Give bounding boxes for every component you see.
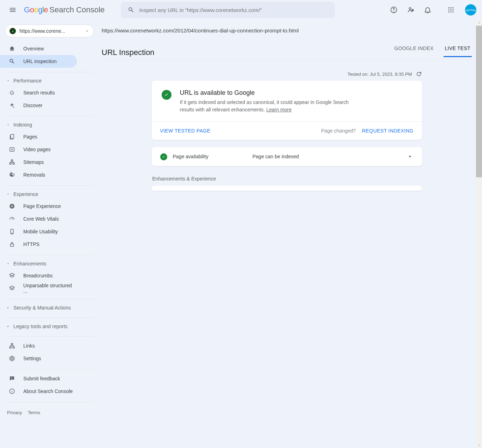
apps-button[interactable] — [444, 3, 458, 17]
sitemap-icon — [8, 159, 16, 165]
mobile-icon — [8, 228, 16, 235]
separator — [5, 318, 94, 318]
svg-point-11 — [452, 11, 453, 12]
sidebar: ● https://www.corene... Overview URL ins… — [0, 20, 99, 448]
sidebar-item-mobile-usability[interactable]: Mobile Usability — [0, 225, 77, 238]
account-avatar[interactable]: oysTosy — [465, 4, 476, 16]
request-indexing-button[interactable]: REQUEST INDEXING — [362, 128, 413, 134]
separator — [102, 59, 472, 60]
sidebar-item-discover[interactable]: Discover — [0, 99, 77, 112]
sidebar-item-about[interactable]: About Search Console — [0, 385, 77, 398]
enhancements-card-stub — [152, 186, 422, 191]
layers-icon — [8, 285, 16, 291]
sidebar-item-overview[interactable]: Overview — [0, 42, 77, 55]
inspected-url: https://www.corenetworkz.com/2012/04/con… — [102, 27, 472, 42]
bell-icon — [424, 6, 432, 14]
tested-on-row: Tested on: Jul 5, 2023, 9:35 PM — [152, 71, 422, 77]
sidebar-item-pages[interactable]: Pages — [0, 130, 77, 143]
chevron-down-icon — [406, 153, 414, 160]
inspection-tabs: GOOGLE INDEX LIVE TEST — [393, 42, 472, 57]
view-tested-page-button[interactable]: VIEW TESTED PAGE — [160, 128, 211, 134]
sidebar-item-feedback[interactable]: Submit feedback — [0, 372, 77, 385]
search-icon — [128, 6, 134, 13]
sidebar-group-experience[interactable]: Experience — [0, 189, 99, 200]
header-actions: oysTosy — [387, 3, 476, 17]
svg-point-3 — [448, 7, 450, 8]
video-icon — [8, 146, 16, 153]
expand-button[interactable] — [406, 153, 414, 160]
main-panel: https://www.corenetworkz.com/2012/04/con… — [99, 20, 476, 448]
help-button[interactable] — [387, 3, 401, 17]
separator — [5, 369, 94, 369]
sidebar-group-indexing[interactable]: Indexing — [0, 119, 99, 130]
sidebar-item-label: Mobile Usability — [23, 229, 58, 234]
users-button[interactable] — [404, 3, 418, 17]
sidebar-item-video-pages[interactable]: Video pages — [0, 143, 77, 156]
menu-button[interactable] — [6, 3, 20, 17]
chevron-right-icon — [6, 306, 10, 309]
svg-rect-25 — [12, 377, 12, 378]
url-inspect-search — [121, 2, 335, 18]
sidebar-item-label: Breadcrumbs — [23, 273, 53, 278]
group-label: Security & Manual Actions — [13, 305, 71, 311]
sidebar-group-security[interactable]: Security & Manual Actions — [0, 302, 99, 313]
row-value: Page can be indexed — [253, 154, 299, 159]
page-availability-row[interactable]: Page availability Page can be indexed — [152, 147, 422, 166]
scrollbar-thumb[interactable] — [476, 26, 482, 177]
sidebar-item-label: Discover — [23, 103, 42, 108]
tested-on-label: Tested on: Jul 5, 2023, 9:35 PM — [348, 72, 412, 77]
privacy-link[interactable]: Privacy — [7, 410, 22, 415]
layers-icon — [8, 272, 16, 279]
svg-rect-22 — [10, 347, 11, 348]
sidebar-item-label: Overview — [23, 46, 44, 51]
info-icon — [8, 388, 16, 394]
sidebar-item-url-inspection[interactable]: URL inspection — [0, 55, 77, 68]
sidebar-item-label: Settings — [23, 356, 41, 361]
sidebar-item-unparsable[interactable]: Unparsable structured ... — [0, 282, 77, 295]
notifications-button[interactable] — [421, 3, 435, 17]
sidebar-item-label: Removals — [23, 172, 45, 178]
sidebar-group-legacy[interactable]: Legacy tools and reports — [0, 321, 99, 332]
gear-icon — [8, 355, 16, 362]
center-column: Tested on: Jul 5, 2023, 9:35 PM URL is a… — [152, 71, 422, 191]
sidebar-item-removals[interactable]: Removals — [0, 168, 77, 181]
sidebar-item-settings[interactable]: Settings — [0, 352, 77, 365]
separator — [5, 116, 94, 116]
search-box[interactable] — [121, 2, 335, 18]
terms-link[interactable]: Terms — [28, 410, 40, 415]
home-icon — [8, 45, 16, 52]
separator — [5, 72, 94, 72]
tab-google-index[interactable]: GOOGLE INDEX — [393, 42, 435, 57]
chevron-down-icon — [6, 123, 10, 127]
sidebar-item-label: Page Experience — [23, 203, 61, 209]
sidebar-group-enhancements[interactable]: Enhancements — [0, 258, 99, 269]
sidebar-item-page-experience[interactable]: Page Experience — [0, 200, 77, 213]
sidebar-item-core-web-vitals[interactable]: Core Web Vitals — [0, 213, 77, 225]
app-header: Google Search Console oysTosy — [0, 0, 482, 20]
sidebar-item-breadcrumbs[interactable]: Breadcrumbs — [0, 269, 77, 282]
svg-point-6 — [448, 9, 450, 10]
sidebar-item-label: Pages — [23, 134, 37, 140]
sidebar-group-performance[interactable]: Performance — [0, 75, 99, 86]
learn-more-link[interactable]: Learn more — [266, 107, 292, 112]
row-key: Page availability — [173, 154, 247, 159]
sidebar-item-https[interactable]: HTTPS — [0, 238, 77, 251]
scroll-up-button[interactable] — [476, 20, 482, 26]
vertical-scrollbar[interactable] — [476, 20, 482, 448]
sidebar-item-sitemaps[interactable]: Sitemaps — [0, 156, 77, 168]
scroll-down-button[interactable] — [476, 442, 482, 448]
tab-live-test[interactable]: LIVE TEST — [444, 42, 472, 57]
sidebar-item-label: HTTPS — [23, 241, 40, 247]
google-logo: Google — [24, 5, 48, 14]
refresh-button[interactable] — [416, 71, 422, 77]
sidebar-item-search-results[interactable]: Search results — [0, 86, 77, 99]
property-selector[interactable]: ● https://www.corene... — [5, 25, 94, 37]
enhancements-section-title: Enhancements & Experience — [152, 176, 422, 182]
product-logo[interactable]: Google Search Console — [24, 5, 105, 14]
speed-icon — [8, 216, 16, 222]
svg-rect-20 — [11, 244, 14, 246]
status-description: If it gets indexed and selected as canon… — [180, 99, 356, 113]
search-input[interactable] — [139, 7, 328, 13]
status-text: URL is available to Google If it gets in… — [180, 89, 356, 113]
sidebar-item-links[interactable]: Links — [0, 339, 77, 352]
